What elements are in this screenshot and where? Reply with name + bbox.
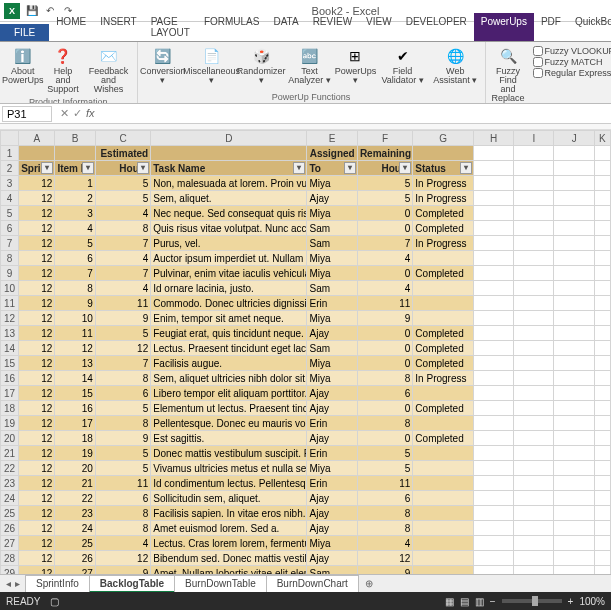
cell[interactable]: 9 (357, 311, 412, 326)
cell[interactable] (473, 446, 513, 461)
cell[interactable]: 7 (95, 356, 150, 371)
fuzzy-find[interactable]: 🔍Fuzzy Find and Replace Tool (490, 44, 527, 104)
cell[interactable]: Amet. Nullam lobortis vitae elit elemen (151, 566, 307, 575)
cell[interactable]: 12 (95, 551, 150, 566)
row-12[interactable]: 12 (1, 311, 19, 326)
cell[interactable]: Feugiat erat, quis tincidunt neque. Inte (151, 326, 307, 341)
about-powerups[interactable]: ℹ️About PowerUps (4, 44, 42, 87)
text-analyzer[interactable]: 🔤Text Analyzer ▾ (285, 44, 333, 87)
cell[interactable] (554, 296, 594, 311)
cell[interactable]: Miya (307, 266, 357, 281)
tab-data[interactable]: DATA (266, 13, 305, 41)
cell[interactable]: 5 (357, 191, 412, 206)
cell[interactable] (514, 401, 554, 416)
cell[interactable]: 0 (357, 326, 412, 341)
cell[interactable]: 12 (95, 341, 150, 356)
cell[interactable]: 0 (357, 341, 412, 356)
cell[interactable] (413, 251, 473, 266)
conversion[interactable]: 🔄Conversion ▾ (142, 44, 184, 87)
cell[interactable]: Enim, tempor sit amet neque. (151, 311, 307, 326)
cell[interactable]: Erin (307, 476, 357, 491)
cell[interactable]: Miya (307, 176, 357, 191)
cell[interactable] (514, 341, 554, 356)
cell[interactable] (514, 206, 554, 221)
cell[interactable] (473, 176, 513, 191)
cell[interactable]: Miya (307, 251, 357, 266)
cell[interactable] (594, 221, 610, 236)
cell[interactable] (594, 296, 610, 311)
cell[interactable] (473, 341, 513, 356)
cell[interactable] (413, 446, 473, 461)
cell[interactable] (514, 506, 554, 521)
row-24[interactable]: 24 (1, 491, 19, 506)
cell[interactable] (514, 311, 554, 326)
cell[interactable]: Sem, aliquet ultricies nibh dolor sit. (151, 371, 307, 386)
cell[interactable]: Ajay (307, 401, 357, 416)
cell[interactable] (514, 266, 554, 281)
fuzzy-match[interactable]: Fuzzy MATCH (533, 57, 611, 67)
cell[interactable] (594, 341, 610, 356)
select-all[interactable] (1, 131, 19, 146)
cell[interactable]: 5 (95, 176, 150, 191)
cell[interactable]: 6 (55, 251, 95, 266)
row-15[interactable]: 15 (1, 356, 19, 371)
cell[interactable]: Commodo. Donec ultricies dignissim lac (151, 296, 307, 311)
cell[interactable] (473, 521, 513, 536)
cell[interactable]: 12 (19, 401, 55, 416)
cell[interactable] (554, 386, 594, 401)
cell[interactable]: 5 (357, 461, 412, 476)
cell[interactable] (413, 386, 473, 401)
cell[interactable]: 12 (19, 371, 55, 386)
cell[interactable] (594, 476, 610, 491)
cell[interactable]: 12 (19, 386, 55, 401)
cell[interactable] (514, 566, 554, 575)
cell[interactable]: 4 (95, 536, 150, 551)
cell[interactable] (554, 221, 594, 236)
row-13[interactable]: 13 (1, 326, 19, 341)
cell[interactable]: Id ornare lacinia, justo. (151, 281, 307, 296)
cell[interactable]: 6 (357, 491, 412, 506)
cell[interactable]: 25 (55, 536, 95, 551)
cell[interactable]: Completed (413, 266, 473, 281)
col-E[interactable]: E (307, 131, 357, 146)
cell[interactable] (594, 386, 610, 401)
cell[interactable]: 1 (55, 176, 95, 191)
cell[interactable]: 0 (357, 401, 412, 416)
cell[interactable] (554, 401, 594, 416)
cell[interactable] (413, 521, 473, 536)
cell[interactable] (514, 386, 554, 401)
cell[interactable] (473, 326, 513, 341)
cell[interactable] (554, 476, 594, 491)
cell[interactable]: Elementum ut lectus. Praesent tincidun (151, 401, 307, 416)
cell[interactable]: 12 (19, 461, 55, 476)
feedback-wishes[interactable]: ✉️Feedback and Wishes (84, 44, 132, 96)
cell[interactable]: 4 (95, 281, 150, 296)
zoom-out[interactable]: − (490, 596, 496, 607)
cell[interactable] (473, 551, 513, 566)
cell[interactable] (514, 551, 554, 566)
cell[interactable]: 12 (19, 506, 55, 521)
cell[interactable] (594, 176, 610, 191)
cell[interactable] (473, 281, 513, 296)
randomizer[interactable]: 🎲Randomizer ▾ (239, 44, 284, 87)
cell[interactable]: 12 (19, 221, 55, 236)
col-H[interactable]: H (473, 131, 513, 146)
cell[interactable]: 6 (95, 491, 150, 506)
cell[interactable] (554, 461, 594, 476)
cell[interactable]: Purus, vel. (151, 236, 307, 251)
cell[interactable]: Miya (307, 371, 357, 386)
row-4[interactable]: 4 (1, 191, 19, 206)
cell[interactable]: Miya (307, 206, 357, 221)
cell[interactable]: 12 (19, 446, 55, 461)
cell[interactable]: Sam (307, 341, 357, 356)
cell[interactable]: 11 (357, 476, 412, 491)
cell[interactable] (473, 356, 513, 371)
cell[interactable]: In Progress (413, 176, 473, 191)
cell[interactable]: 11 (95, 296, 150, 311)
cell[interactable]: Est sagittis. (151, 431, 307, 446)
cell[interactable] (413, 311, 473, 326)
row-29[interactable]: 29 (1, 566, 19, 575)
cell[interactable]: Id condimentum lectus. Pellentesque o (151, 476, 307, 491)
cell[interactable] (594, 551, 610, 566)
cell[interactable]: Sem, aliquet. (151, 191, 307, 206)
